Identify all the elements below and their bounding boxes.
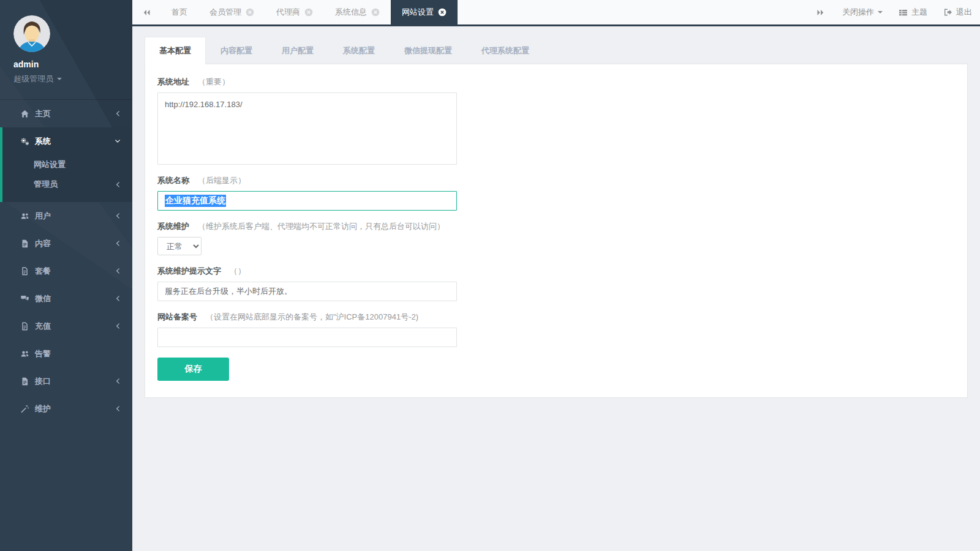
sidebar-item-label: 充值 bbox=[35, 321, 51, 332]
label-text: 系统维护 bbox=[157, 222, 189, 231]
sidebar-item-content[interactable]: 内容 bbox=[0, 230, 132, 257]
sidebar-item-packages[interactable]: 套餐 bbox=[0, 257, 132, 285]
close-icon[interactable] bbox=[438, 8, 447, 17]
tab-label: 系统信息 bbox=[335, 7, 367, 18]
sidebar-item-maintenance[interactable]: 维护 bbox=[0, 395, 132, 422]
maintenance-text-input[interactable] bbox=[157, 282, 457, 301]
sidebar-item-label: 告警 bbox=[35, 348, 51, 359]
navbar-actions: 关闭操作 主题 退出 bbox=[806, 0, 980, 24]
file-outline-icon bbox=[20, 267, 29, 276]
label-text: 系统地址 bbox=[157, 77, 189, 86]
tab-agents[interactable]: 代理商 bbox=[265, 0, 324, 24]
chevron-left-icon bbox=[115, 323, 121, 329]
tab-home[interactable]: 首页 bbox=[160, 0, 198, 24]
chevron-left-icon bbox=[115, 181, 121, 188]
label-hint: （重要） bbox=[198, 77, 230, 86]
basic-config-panel: 系统地址（重要） http://192.168.17.183/ 系统名称（后端显… bbox=[145, 64, 968, 398]
sign-out-icon bbox=[943, 8, 952, 17]
logout-button[interactable]: 退出 bbox=[935, 0, 980, 24]
system-name-label: 系统名称（后端显示） bbox=[157, 175, 955, 186]
chevron-left-icon bbox=[115, 240, 121, 247]
tab-agent-system-config[interactable]: 代理系统配置 bbox=[467, 37, 544, 64]
icp-label: 网站备案号（设置在网站底部显示的备案号，如"沪ICP备12007941号-2) bbox=[157, 312, 955, 323]
scroll-tabs-left-button[interactable] bbox=[132, 0, 160, 24]
maintenance-label: 系统维护（维护系统后客户端、代理端均不可正常访问，只有总后台可以访问） bbox=[157, 221, 955, 232]
sidebar-item-users[interactable]: 用户 bbox=[0, 202, 132, 230]
config-tab-label: 代理系统配置 bbox=[481, 46, 529, 55]
user-role-label: 超级管理员 bbox=[13, 73, 53, 84]
close-icon[interactable] bbox=[371, 8, 380, 17]
maintenance-text-group: 系统维护提示文字（） bbox=[157, 266, 955, 301]
system-address-label: 系统地址（重要） bbox=[157, 77, 955, 88]
config-tab-label: 内容配置 bbox=[221, 46, 252, 55]
sidebar: admin 超级管理员 主页 系统 网站设置 bbox=[0, 0, 132, 551]
sidebar-item-label: 系统 bbox=[35, 136, 51, 147]
sidebar-subitem-label: 网站设置 bbox=[34, 159, 66, 170]
users-icon bbox=[20, 212, 29, 220]
chevron-left-icon bbox=[115, 268, 121, 274]
file-solid-icon bbox=[20, 377, 29, 386]
scroll-tabs-right-button[interactable] bbox=[806, 0, 834, 24]
chevron-down-icon bbox=[115, 138, 121, 144]
sidebar-item-api[interactable]: 接口 bbox=[0, 367, 132, 395]
icp-group: 网站备案号（设置在网站底部显示的备案号，如"沪ICP备12007941号-2) bbox=[157, 312, 955, 347]
users-icon bbox=[20, 350, 29, 358]
close-icon[interactable] bbox=[246, 8, 254, 17]
tab-system-config[interactable]: 系统配置 bbox=[328, 37, 390, 64]
tab-label: 代理商 bbox=[276, 7, 300, 18]
angle-double-left-icon bbox=[142, 9, 151, 17]
tab-label: 首页 bbox=[172, 7, 187, 18]
sidebar-item-home[interactable]: 主页 bbox=[0, 100, 132, 127]
tab-system-info[interactable]: 系统信息 bbox=[324, 0, 391, 24]
sidebar-section-system: 系统 网站设置 管理员 bbox=[0, 127, 132, 202]
label-text: 系统名称 bbox=[157, 176, 189, 185]
sidebar-item-wechat[interactable]: 微信 bbox=[0, 285, 132, 312]
sidebar-item-label: 维护 bbox=[35, 403, 51, 414]
user-role-dropdown[interactable]: 超级管理员 bbox=[13, 73, 132, 84]
sidebar-item-label: 微信 bbox=[35, 293, 51, 304]
chevron-left-icon bbox=[115, 110, 121, 117]
top-navbar: 首页 会员管理 代理商 系统信息 网站设置 bbox=[132, 0, 980, 26]
tab-site-settings[interactable]: 网站设置 bbox=[391, 0, 458, 24]
angle-double-right-icon bbox=[816, 9, 825, 17]
cogs-icon bbox=[20, 137, 29, 146]
tab-user-config[interactable]: 用户配置 bbox=[267, 37, 328, 64]
sidebar-item-label: 主页 bbox=[35, 108, 51, 119]
maintenance-text-label: 系统维护提示文字（） bbox=[157, 266, 955, 277]
tab-basic-config[interactable]: 基本配置 bbox=[145, 37, 206, 64]
config-tab-label: 基本配置 bbox=[159, 46, 191, 55]
comments-icon bbox=[20, 294, 29, 303]
caret-down-icon bbox=[878, 11, 883, 13]
label-hint: （） bbox=[230, 266, 246, 276]
theme-label: 主题 bbox=[911, 7, 927, 18]
sidebar-item-recharge[interactable]: 充值 bbox=[0, 312, 132, 340]
close-icon[interactable] bbox=[304, 8, 313, 17]
sidebar-item-alerts[interactable]: 告警 bbox=[0, 340, 132, 367]
file-solid-icon bbox=[20, 239, 29, 248]
avatar[interactable] bbox=[13, 15, 50, 52]
tab-wechat-withdraw-config[interactable]: 微信提现配置 bbox=[390, 37, 467, 64]
icp-input[interactable] bbox=[157, 328, 457, 347]
file-outline-icon bbox=[20, 322, 29, 331]
system-address-textarea[interactable]: http://192.168.17.183/ bbox=[157, 92, 457, 165]
system-name-input[interactable]: 企业猫充值系统 bbox=[157, 191, 457, 211]
sidebar-item-system[interactable]: 系统 bbox=[2, 127, 132, 155]
tab-content-config[interactable]: 内容配置 bbox=[206, 37, 267, 64]
system-name-group: 系统名称（后端显示） 企业猫充值系统 bbox=[157, 175, 955, 211]
maintenance-select[interactable]: 正常 bbox=[157, 237, 202, 255]
theme-button[interactable]: 主题 bbox=[891, 0, 935, 24]
username[interactable]: admin bbox=[13, 59, 132, 69]
tab-label: 网站设置 bbox=[402, 7, 434, 18]
sidebar-subitem-site-settings[interactable]: 网站设置 bbox=[2, 155, 132, 174]
label-hint: （维护系统后客户端、代理端均不可正常访问，只有总后台可以访问） bbox=[198, 222, 445, 231]
close-operations-dropdown[interactable]: 关闭操作 bbox=[834, 0, 891, 24]
sidebar-subitem-administrators[interactable]: 管理员 bbox=[2, 174, 132, 194]
selected-text: 企业猫充值系统 bbox=[165, 195, 226, 207]
tab-members[interactable]: 会员管理 bbox=[198, 0, 265, 24]
close-operations-label: 关闭操作 bbox=[842, 7, 874, 18]
config-tab-label: 用户配置 bbox=[282, 46, 314, 55]
save-button[interactable]: 保存 bbox=[157, 358, 229, 381]
chevron-left-icon bbox=[115, 378, 121, 384]
chevron-left-icon bbox=[115, 212, 121, 219]
profile-section: admin 超级管理员 bbox=[0, 0, 132, 84]
